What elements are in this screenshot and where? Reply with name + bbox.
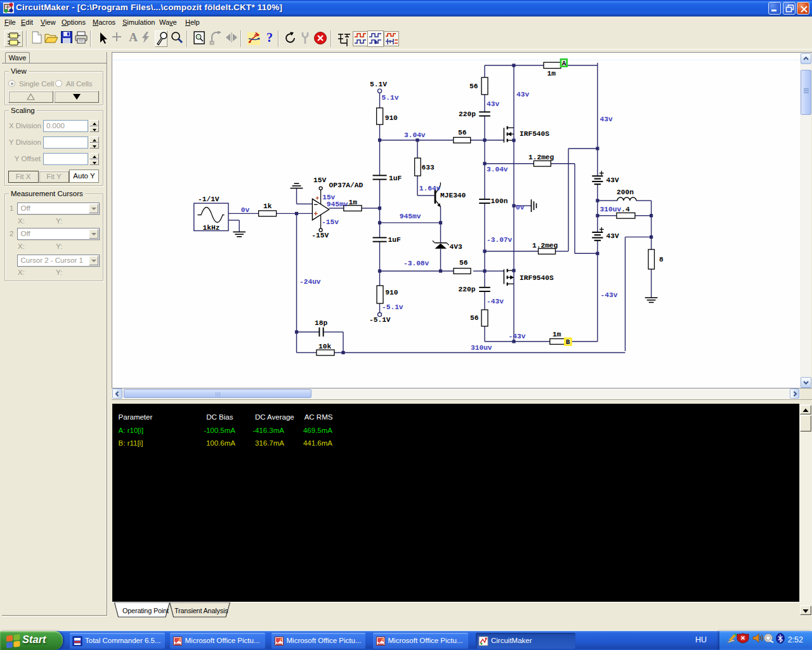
svg-text:5.1V: 5.1V [370,81,387,88]
svg-text:1.2meg: 1.2meg [532,242,558,249]
svg-text:945mv: 945mv [400,213,421,220]
svg-text:15v: 15v [322,194,335,201]
svg-text:56: 56 [469,83,478,90]
svg-text:633: 633 [422,164,435,171]
svg-text:0v: 0v [241,206,250,214]
svg-text:18p: 18p [315,319,327,327]
svg-text:-15v: -15v [322,218,339,226]
svg-text:B: B [566,338,570,346]
svg-text:43V: 43V [606,232,619,240]
svg-text:-5.1V: -5.1V [369,316,391,324]
svg-text:MJE340: MJE340 [440,192,466,199]
svg-text:8: 8 [659,256,664,263]
svg-text:1.64v: 1.64v [419,185,441,192]
svg-text:-24uv: -24uv [299,278,321,286]
svg-text:1uF: 1uF [388,236,401,244]
svg-text:1.2meg: 1.2meg [528,154,554,161]
svg-text:1m: 1m [547,70,556,77]
svg-text:IRF9540S: IRF9540S [520,274,554,282]
svg-text:.4: .4 [621,206,630,213]
svg-text:945mv: 945mv [327,201,348,208]
svg-text:220p: 220p [459,286,476,293]
svg-text:1m: 1m [349,199,358,206]
svg-text:-43v: -43v [509,333,526,340]
svg-text:A: A [562,60,566,67]
svg-text:5.1v: 5.1v [382,94,399,102]
svg-text:200n: 200n [617,189,634,196]
svg-text:-1/1V: -1/1V [198,196,219,203]
svg-text:-3.08v: -3.08v [403,260,429,267]
svg-text:-3.07v: -3.07v [487,236,513,244]
svg-text:4V3: 4V3 [450,243,462,251]
svg-text:-43v: -43v [487,298,504,305]
svg-text:43v: 43v [516,91,529,98]
svg-text:1uF: 1uF [389,175,402,182]
svg-text:220p: 220p [459,110,476,118]
svg-text:910: 910 [385,114,398,122]
svg-text:310uv: 310uv [471,344,492,352]
svg-text:43v: 43v [600,116,613,123]
svg-text:-43v: -43v [601,291,618,299]
svg-text:56: 56 [458,129,467,136]
svg-text:310uv: 310uv [600,206,622,213]
svg-text:3.04v: 3.04v [404,131,426,139]
svg-text:910: 910 [385,289,398,296]
svg-text:10k: 10k [318,343,331,350]
svg-text:56: 56 [459,259,468,267]
svg-text:0v: 0v [516,204,525,211]
svg-text:-15V: -15V [311,232,329,239]
svg-text:OP37A/AD: OP37A/AD [329,182,363,189]
svg-text:43v: 43v [487,100,499,108]
svg-text:IRF540S: IRF540S [520,130,549,138]
svg-text:1kHz: 1kHz [203,224,220,232]
svg-text:1m: 1m [553,331,561,338]
svg-text:1k: 1k [263,202,272,210]
svg-text:100n: 100n [491,197,508,205]
svg-text:56: 56 [470,314,479,322]
svg-text:3.04v: 3.04v [487,166,508,173]
svg-text:-5.1v: -5.1v [382,303,403,311]
svg-text:43V: 43V [606,176,619,184]
svg-text:15V: 15V [313,176,326,184]
